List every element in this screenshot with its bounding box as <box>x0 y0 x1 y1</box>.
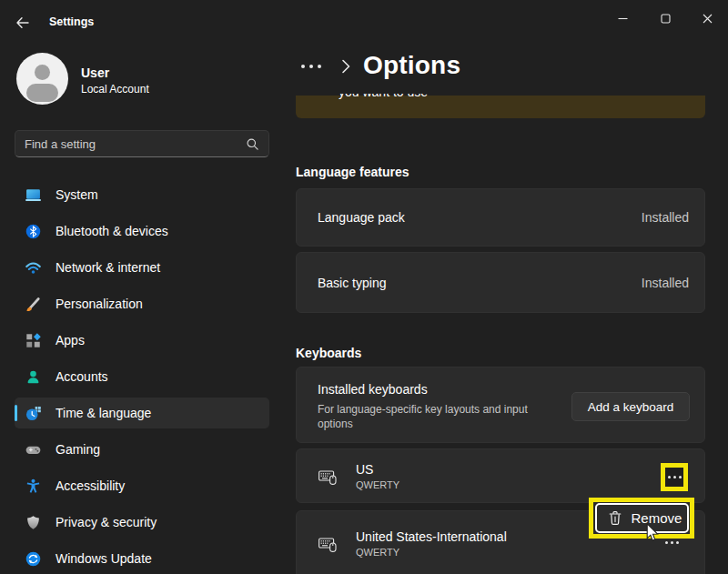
keyboard-name: United States-International <box>356 529 507 544</box>
avatar-body <box>26 84 58 102</box>
language-pack-status: Installed <box>642 210 689 225</box>
breadcrumb-chevron-icon <box>340 57 351 79</box>
keyboard-row-us[interactable]: US QWERTY <box>296 448 705 503</box>
search-icon <box>246 137 259 151</box>
sidebar-item-personalization[interactable]: Personalization <box>15 288 269 319</box>
avatar-head <box>35 65 50 80</box>
keyboard-icon <box>318 468 337 485</box>
back-arrow-icon <box>15 15 30 30</box>
brush-icon <box>25 297 41 312</box>
keyboard-name: US <box>356 462 373 477</box>
mouse-cursor <box>646 523 661 549</box>
section-language-features: Language features <box>296 165 409 179</box>
clipped-card[interactable]: you want to use <box>296 96 705 118</box>
gaming-icon <box>25 442 41 458</box>
section-keyboards: Keyboards <box>296 346 361 360</box>
shield-icon <box>25 515 41 530</box>
more-button-us-highlighted[interactable] <box>661 463 688 491</box>
keyboard-layout: QWERTY <box>356 479 399 490</box>
breadcrumb-ellipsis[interactable] <box>301 65 321 68</box>
time-language-icon <box>25 406 41 421</box>
back-button[interactable] <box>13 13 33 33</box>
basic-typing-row[interactable]: Basic typing Installed <box>296 252 705 313</box>
search-box[interactable] <box>15 130 269 157</box>
page-title: Options <box>363 51 460 80</box>
clipped-card-text-wrap: you want to use <box>339 94 428 99</box>
sidebar-item-accessibility[interactable]: Accessibility <box>15 470 269 501</box>
user-account-type: Local Account <box>81 83 149 96</box>
user-name: User <box>81 65 109 80</box>
accessibility-icon <box>25 478 41 494</box>
close-button[interactable] <box>693 9 721 27</box>
settings-window: Settings User Local Account System Bluet… <box>0 0 728 574</box>
accounts-icon <box>25 369 41 385</box>
add-keyboard-button[interactable]: Add a keyboard <box>571 392 690 421</box>
sidebar-nav: System Bluetooth & devices Network & int… <box>15 179 269 574</box>
system-icon <box>25 187 41 203</box>
installed-keyboards-row: Installed keyboards For language-specifi… <box>296 367 705 443</box>
bluetooth-icon <box>25 224 41 239</box>
wifi-icon <box>25 260 41 276</box>
window-title: Settings <box>49 15 94 28</box>
close-icon <box>703 14 713 24</box>
remove-menu-item[interactable]: Remove <box>595 503 689 533</box>
more-icon <box>668 476 682 478</box>
sidebar-item-network-internet[interactable]: Network & internet <box>15 252 269 283</box>
sidebar-item-windows-update[interactable]: Windows Update <box>15 543 269 574</box>
sidebar-item-time-language[interactable]: Time & language <box>15 398 269 428</box>
more-button-us-international[interactable] <box>665 541 679 544</box>
avatar[interactable] <box>16 53 68 105</box>
trash-icon <box>608 510 622 526</box>
minimize-button[interactable] <box>609 9 636 27</box>
maximize-icon <box>661 14 671 24</box>
basic-typing-status: Installed <box>642 276 689 290</box>
sidebar-item-accounts[interactable]: Accounts <box>15 361 269 392</box>
sidebar-item-apps[interactable]: Apps <box>15 325 269 356</box>
windows-update-icon <box>25 551 41 567</box>
keyboard-layout: QWERTY <box>356 547 399 558</box>
minimize-icon <box>618 14 628 24</box>
maximize-button[interactable] <box>652 9 679 27</box>
apps-icon <box>25 333 41 348</box>
sidebar-item-privacy-security[interactable]: Privacy & security <box>15 507 269 538</box>
language-pack-row[interactable]: Language pack Installed <box>296 188 705 247</box>
sidebar-item-bluetooth-devices[interactable]: Bluetooth & devices <box>15 216 269 247</box>
sidebar-item-gaming[interactable]: Gaming <box>15 434 269 465</box>
sidebar-item-system[interactable]: System <box>15 179 269 210</box>
keyboard-icon <box>318 536 337 552</box>
remove-menu-highlighted: Remove <box>589 498 694 539</box>
search-input[interactable] <box>25 137 246 151</box>
